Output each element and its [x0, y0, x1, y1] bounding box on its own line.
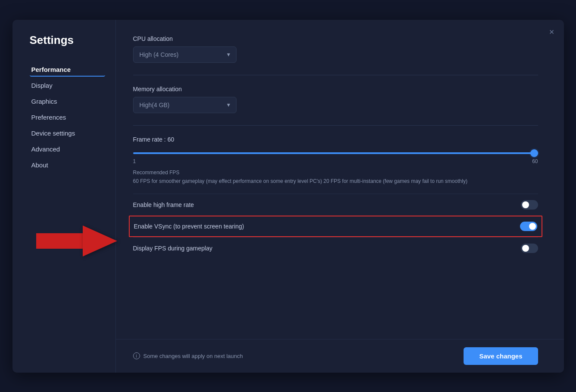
divider-2 [133, 125, 538, 126]
footer-note-text: Some changes will apply on next launch [143, 353, 243, 359]
memory-allocation-section: Memory allocation High(4 GB) Low(1 GB) M… [133, 86, 538, 115]
memory-allocation-wrapper: High(4 GB) Low(1 GB) Medium(2 GB) Ultra(… [133, 97, 237, 113]
close-button[interactable]: × [549, 28, 554, 36]
sidebar-item-advanced[interactable]: Advanced [30, 142, 105, 156]
toggle-display-fps-thumb [522, 245, 529, 252]
toggle-row-high-frame-rate: Enable high frame rate [133, 194, 538, 216]
memory-allocation-label: Memory allocation [133, 86, 538, 93]
memory-allocation-select[interactable]: High(4 GB) Low(1 GB) Medium(2 GB) Ultra(… [133, 97, 237, 113]
settings-title: Settings [30, 34, 105, 47]
slider-max: 60 [532, 158, 538, 164]
frame-rate-section: Frame rate : 60 1 60 Recommended FPS 60 … [133, 136, 538, 185]
content-area: CPU allocation High (4 Cores) Low (1 Cor… [116, 20, 564, 339]
sidebar: Settings Performance Display Graphics Pr… [12, 20, 116, 373]
toggle-high-frame-rate-thumb [522, 201, 529, 208]
frame-rate-label: Frame rate : 60 [133, 136, 538, 143]
cpu-allocation-section: CPU allocation High (4 Cores) Low (1 Cor… [133, 35, 538, 65]
toggle-high-frame-rate-track [521, 200, 538, 210]
cpu-allocation-wrapper: High (4 Cores) Low (1 Core) Medium (2 Co… [133, 46, 237, 63]
sidebar-item-display[interactable]: Display [30, 78, 105, 93]
slider-container [133, 148, 538, 156]
cpu-allocation-select[interactable]: High (4 Cores) Low (1 Core) Medium (2 Co… [133, 46, 237, 63]
cpu-allocation-label: CPU allocation [133, 35, 538, 42]
footer: i Some changes will apply on next launch… [116, 339, 564, 373]
toggle-vsync[interactable] [520, 222, 537, 231]
footer-note: i Some changes will apply on next launch [133, 352, 243, 359]
info-icon: i [133, 352, 140, 359]
slider-minmax: 1 60 [133, 158, 538, 164]
sidebar-item-graphics[interactable]: Graphics [30, 94, 105, 108]
toggle-row-vsync: Enable VSync (to prevent screen tearing) [129, 216, 542, 237]
frame-rate-slider[interactable] [133, 152, 538, 154]
toggle-high-frame-rate[interactable] [521, 200, 538, 210]
toggle-high-frame-rate-label: Enable high frame rate [133, 201, 194, 208]
save-button[interactable]: Save changes [464, 347, 538, 365]
settings-window: × Settings Performance Display Graphics … [12, 20, 564, 373]
sidebar-item-preferences[interactable]: Preferences [30, 110, 105, 124]
toggle-vsync-thumb [529, 223, 536, 230]
sidebar-item-device-settings[interactable]: Device settings [30, 126, 105, 140]
divider-1 [133, 75, 538, 75]
toggle-vsync-track [520, 222, 537, 231]
recommended-fps-title: Recommended FPS [133, 170, 538, 176]
toggle-display-fps-track [521, 244, 538, 253]
main-content: CPU allocation High (4 Cores) Low (1 Cor… [116, 20, 564, 373]
recommended-fps-desc: 60 FPS for smoother gameplay (may effect… [133, 177, 538, 185]
toggle-display-fps[interactable] [521, 244, 538, 253]
sidebar-nav: Performance Display Graphics Preferences… [30, 62, 105, 172]
sidebar-item-about[interactable]: About [30, 158, 105, 172]
toggle-row-display-fps: Display FPS during gameplay [133, 237, 538, 259]
toggle-display-fps-label: Display FPS during gameplay [133, 245, 212, 252]
toggle-vsync-label: Enable VSync (to prevent screen tearing) [134, 223, 244, 230]
slider-min: 1 [133, 158, 136, 164]
sidebar-item-performance[interactable]: Performance [30, 62, 105, 77]
